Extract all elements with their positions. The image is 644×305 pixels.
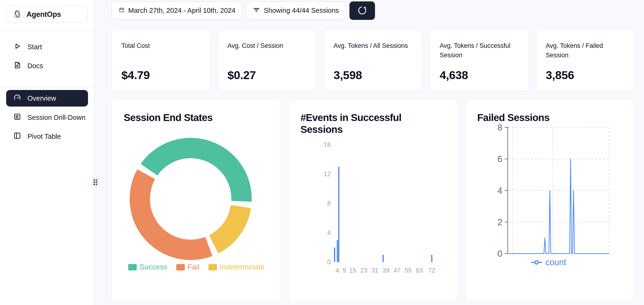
stat-value: $4.79 — [121, 69, 200, 82]
main-content: March 27th, 2024 - April 10th, 2024 Show… — [112, 0, 634, 305]
legend-label: Indeterminate — [220, 263, 265, 271]
sidebar: AgentOps Start Docs — [0, 0, 95, 305]
sidebar-nav-main: Overview Session Drill-Down Pivot Table — [0, 87, 94, 144]
calendar-icon — [119, 7, 124, 15]
app-title: AgentOps — [26, 10, 61, 19]
charts-row: Session End States SuccessFailIndetermin… — [112, 99, 634, 302]
stat-label: Avg. Tokens / Successful Session — [440, 41, 518, 60]
refresh-icon — [356, 5, 368, 17]
sidebar-item-label: Start — [28, 43, 42, 51]
date-range-button[interactable]: March 27th, 2024 - April 10th, 2024 — [112, 2, 242, 20]
stat-card-avg-tokens-failed: Avg. Tokens / Failed Session 3,856 — [536, 30, 634, 91]
x-tick-label: 55 — [404, 267, 412, 274]
sidebar-item-label: Overview — [28, 95, 56, 102]
count-line[interactable] — [508, 159, 609, 254]
topbar: March 27th, 2024 - April 10th, 2024 Show… — [112, 2, 375, 20]
x-tick-label: 23 — [360, 267, 367, 274]
y-tick-label: 2 — [497, 217, 502, 227]
y-tick-label: 6 — [497, 154, 502, 164]
y-tick-label: 16 — [324, 141, 331, 148]
legend-count[interactable]: count — [531, 257, 566, 267]
sidebar-item-pivot-table[interactable]: Pivot Table — [6, 129, 88, 144]
stat-card-avg-tokens-all: Avg. Tokens / All Sessions 3,598 — [324, 30, 422, 91]
stat-label: Avg. Tokens / Failed Session — [546, 41, 625, 60]
y-tick-label: 0 — [327, 259, 331, 266]
x-tick-label: 31 — [371, 267, 378, 274]
stat-card-avg-tokens-successful: Avg. Tokens / Successful Session 4,638 — [430, 30, 528, 91]
play-icon — [13, 42, 21, 52]
legend-swatch — [128, 264, 137, 270]
stat-label: Avg. Tokens / All Sessions — [334, 41, 412, 60]
bar[interactable] — [334, 247, 335, 262]
donut-slice-indeterminate[interactable] — [209, 205, 251, 253]
stats-row: Total Cost $4.79 Avg. Cost / Session $0.… — [112, 30, 634, 91]
y-tick-label: 4 — [497, 186, 502, 196]
x-tick-label: 63 — [416, 267, 423, 274]
y-tick-label: 8 — [497, 123, 502, 132]
bar[interactable] — [338, 167, 339, 262]
failed-sessions-line-chart: 02468count — [465, 100, 634, 302]
stat-value: 3,856 — [546, 69, 625, 82]
sidebar-item-start[interactable]: Start — [6, 39, 88, 55]
sidebar-item-label: Session Drill-Down — [28, 114, 86, 122]
donut-slice-success[interactable] — [141, 138, 252, 202]
y-tick-label: 4 — [327, 229, 331, 236]
refresh-button[interactable] — [350, 2, 375, 20]
chart-card-events-histogram: #Events in Successful Sessions 048121649… — [288, 99, 458, 302]
logo-button[interactable]: AgentOps — [6, 6, 88, 23]
sidebar-item-overview[interactable]: Overview — [6, 90, 88, 107]
donut-legend: SuccessFailIndeterminate — [112, 263, 281, 271]
sidebar-item-session-drill-down[interactable]: Session Drill-Down — [6, 110, 88, 125]
sidebar-nav-top: Start Docs — [0, 31, 94, 73]
y-tick-label: 0 — [497, 249, 502, 259]
stat-label: Total Cost — [121, 41, 200, 60]
x-tick-label: 4 — [336, 267, 339, 274]
legend-item-success[interactable]: Success — [128, 263, 167, 271]
donut-slice-fail[interactable] — [130, 169, 212, 260]
gauge-icon — [13, 94, 21, 103]
paperclip-icon — [12, 9, 22, 20]
y-tick-label: 8 — [327, 200, 331, 207]
stat-value: $0.27 — [227, 69, 306, 82]
x-tick-label: 72 — [428, 267, 435, 274]
stat-card-total-cost: Total Cost $4.79 — [112, 30, 210, 91]
bar[interactable] — [431, 255, 432, 262]
y-tick-label: 12 — [324, 170, 331, 178]
sessions-filter-label: Showing 44/44 Sessions — [264, 7, 339, 15]
x-tick-label: 15 — [349, 267, 356, 274]
chart-card-failed-sessions: Failed Sessions 02468count — [465, 99, 634, 302]
bar[interactable] — [337, 240, 338, 262]
stat-value: 4,638 — [440, 69, 518, 82]
sidebar-item-label: Pivot Table — [28, 133, 61, 140]
chart-card-session-end-states: Session End States SuccessFailIndetermin… — [112, 99, 281, 302]
sidebar-resize-handle[interactable] — [92, 178, 99, 187]
bar[interactable] — [382, 255, 384, 262]
stat-card-avg-cost-session: Avg. Cost / Session $0.27 — [218, 30, 316, 91]
sidebar-item-docs[interactable]: Docs — [6, 58, 88, 73]
legend-label: count — [545, 257, 566, 267]
sidebar-item-label: Docs — [28, 62, 43, 70]
stat-value: 3,598 — [334, 69, 412, 82]
sessions-filter-button[interactable]: Showing 44/44 Sessions — [246, 2, 346, 20]
document-icon — [13, 61, 21, 71]
legend-swatch — [208, 264, 217, 270]
events-bar-chart: 0481216491523313947556372 — [289, 100, 458, 302]
list-box-icon — [13, 113, 21, 122]
x-tick-label: 9 — [342, 267, 346, 274]
legend-item-indeterminate[interactable]: Indeterminate — [208, 263, 265, 271]
legend-label: Fail — [188, 263, 200, 271]
date-range-label: March 27th, 2024 - April 10th, 2024 — [128, 7, 236, 15]
x-tick-label: 39 — [382, 267, 390, 274]
legend-item-fail[interactable]: Fail — [176, 263, 200, 271]
x-tick-label: 47 — [394, 267, 400, 274]
filter-icon — [253, 6, 260, 15]
panel-left-icon — [13, 132, 21, 141]
legend-label: Success — [140, 263, 167, 271]
stat-label: Avg. Cost / Session — [227, 41, 306, 60]
legend-swatch — [176, 264, 185, 270]
